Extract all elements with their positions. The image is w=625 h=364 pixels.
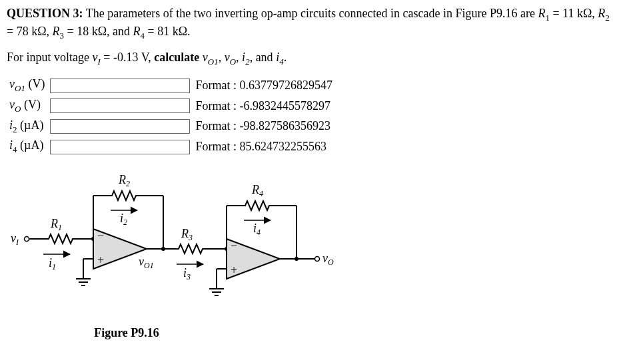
label-vO: vO (V) <box>7 96 47 116</box>
t1: v <box>203 51 208 64</box>
svg-text:R4: R4 <box>251 183 263 198</box>
svg-text:R2: R2 <box>118 173 130 188</box>
gnd-2 <box>209 289 224 295</box>
sym-vO: v <box>9 98 15 111</box>
t2: v <box>225 51 230 64</box>
label-vO1: vO1 (V) <box>7 75 47 96</box>
svg-text:+: + <box>97 254 104 267</box>
format-i2: Format : -98.827586356923 <box>193 116 335 137</box>
R2-resistor: R2 <box>110 173 138 200</box>
sub-vO1: O1 <box>15 83 25 93</box>
svg-text:R3: R3 <box>181 227 193 242</box>
figure-svg: vI R1 i1 R2 i2 − + vO1 R3 i3 <box>7 169 340 325</box>
input-i4[interactable] <box>50 140 190 154</box>
node-vo <box>315 256 320 261</box>
R1-resistor: R1 <box>47 217 75 244</box>
input-vO1[interactable] <box>50 79 190 93</box>
prompt-p1: For input voltage <box>7 51 93 64</box>
node-vo-fb <box>295 257 299 261</box>
question-paragraph-1: QUESTION 3: The parameters of the two in… <box>7 5 618 41</box>
unit-vO1: (V) <box>25 77 45 91</box>
unit-i2: (µA) <box>17 118 44 132</box>
label-i4: i4 (µA) <box>7 136 47 157</box>
figure-caption: Figure P9.16 <box>7 326 247 340</box>
R2-val: = 78 kΩ, <box>7 25 53 38</box>
c2: , <box>236 51 242 64</box>
t1s: O1 <box>208 57 219 67</box>
vI-sym: v <box>93 51 98 64</box>
fig-vI: vI <box>11 232 19 247</box>
row-vO: vO (V) Format : -6.9832445578297 <box>7 96 335 116</box>
fig-vO: vO <box>322 252 334 267</box>
unit-i4: (µA) <box>17 138 44 152</box>
format-vO: Format : -6.9832445578297 <box>193 96 335 116</box>
gnd-1 <box>76 279 91 285</box>
question-body: The parameters of the two inverting op-a… <box>86 7 538 20</box>
unit-vO: (V) <box>21 98 41 111</box>
fig-i2: i2 <box>120 212 127 227</box>
R1-sym: R <box>538 7 545 20</box>
R2-sub: 2 <box>605 13 610 23</box>
row-i4: i4 (µA) Format : 85.624732255563 <box>7 136 335 157</box>
format-i4: Format : 85.624732255563 <box>193 136 335 157</box>
c4: . <box>284 51 287 64</box>
vI-val: = -0.13 V, <box>101 51 155 64</box>
label-i2: i2 (µA) <box>7 116 47 137</box>
R3-resistor: R3 <box>177 227 205 254</box>
fig-i4: i4 <box>253 222 261 237</box>
c3: , and <box>250 51 277 64</box>
eq1: = <box>550 7 562 20</box>
node-vI <box>25 236 29 241</box>
c1: , <box>219 51 225 64</box>
R4-sym: R <box>133 25 141 38</box>
R1-val: 11 kΩ, <box>562 7 598 20</box>
svg-text:−: − <box>97 229 104 242</box>
question-paragraph-2: For input voltage vI = -0.13 V, calculat… <box>7 49 618 67</box>
t2s: O <box>230 57 236 67</box>
svg-text:+: + <box>231 264 237 277</box>
sym-vO1: v <box>9 77 15 91</box>
row-vO1: vO1 (V) Format : 0.63779726829547 <box>7 75 335 96</box>
R3-val: = 18 kΩ, and <box>64 25 133 38</box>
opamp-2: − + <box>227 239 280 279</box>
fig-vO1: vO1 <box>139 255 154 270</box>
format-vO1: Format : 0.63779726829547 <box>193 75 335 96</box>
node-vo1 <box>161 247 165 251</box>
row-i2: i2 (µA) Format : -98.827586356923 <box>7 116 335 137</box>
input-vO[interactable] <box>50 98 190 113</box>
svg-text:R1: R1 <box>50 217 62 232</box>
R4-resistor: R4 <box>243 183 271 210</box>
svg-text:−: − <box>231 239 237 252</box>
R4-val: = 81 kΩ. <box>145 25 191 38</box>
calculate-word: calculate <box>154 51 202 64</box>
sub-vO: O <box>15 104 21 114</box>
fig-i1: i1 <box>49 256 56 272</box>
figure-wrap: vI R1 i1 R2 i2 − + vO1 R3 i3 <box>7 169 618 340</box>
fig-i3: i3 <box>183 266 191 281</box>
answer-table: vO1 (V) Format : 0.63779726829547 vO (V)… <box>7 75 335 156</box>
R2-sym: R <box>598 7 605 20</box>
R3-sym: R <box>53 25 60 38</box>
input-i2[interactable] <box>50 119 190 134</box>
question-label: QUESTION 3: <box>7 7 83 20</box>
